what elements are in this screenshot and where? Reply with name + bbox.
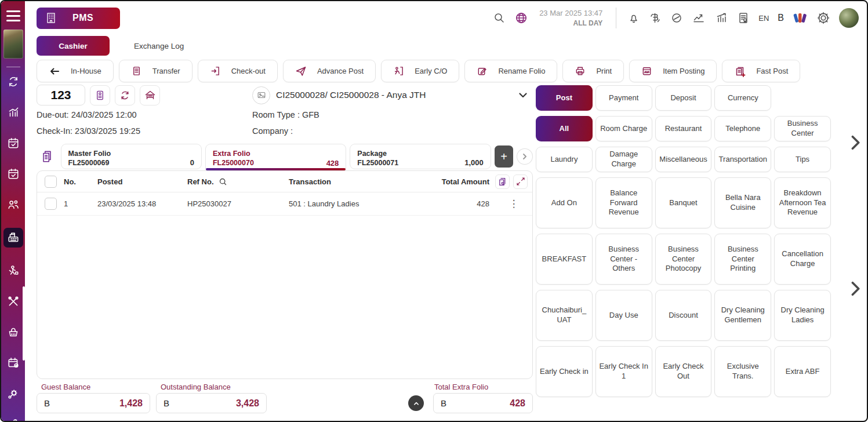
pms-home-button[interactable]: PMS	[37, 8, 120, 29]
folio-tab-extra[interactable]: Extra Folio FL25000070428	[205, 144, 346, 169]
room-status-button[interactable]	[140, 85, 160, 106]
category-button[interactable]: Miscellaneous	[655, 147, 712, 172]
posting-item[interactable]: Banquet	[655, 177, 712, 228]
collapse-panel-button[interactable]	[408, 395, 424, 411]
add-folio-button[interactable]: +	[495, 145, 514, 168]
language-label[interactable]: EN	[758, 14, 769, 23]
tab-exchange-log[interactable]: Exchange Log	[134, 42, 184, 50]
copy-search-button[interactable]	[495, 174, 510, 189]
posting-item[interactable]: Early Check Out	[655, 346, 712, 397]
check-out-button[interactable]: Check-out	[198, 60, 278, 82]
category-button[interactable]: Tips	[774, 147, 831, 172]
sidebar-item-guests[interactable]	[5, 197, 22, 212]
globe-icon[interactable]	[514, 11, 528, 25]
category-button[interactable]: Business Center	[774, 116, 831, 141]
guest-photo-icon[interactable]	[252, 86, 270, 104]
category-all-button[interactable]: All	[536, 116, 593, 141]
cell-ref-no: HP25030027	[187, 199, 289, 208]
mode-deposit-button[interactable]: Deposit	[655, 85, 712, 111]
in-house-button[interactable]: In-House	[37, 60, 114, 82]
category-button[interactable]: Room Charge	[595, 116, 652, 141]
folio-tab-package[interactable]: Package FL250000711,000	[350, 144, 491, 169]
folio-name: Master Folio	[68, 149, 194, 158]
posting-item[interactable]: Business Center - Others	[595, 234, 652, 285]
category-button[interactable]: Damage Charge	[595, 147, 652, 172]
posting-item[interactable]: Business Center Printing	[714, 234, 771, 285]
tab-cashier[interactable]: Cashier	[37, 36, 110, 56]
sidebar-item-statistics[interactable]	[5, 105, 22, 120]
guest-expand-chevron[interactable]	[513, 83, 533, 107]
report-icon[interactable]	[737, 12, 750, 24]
sidebar-item-sync[interactable]	[5, 74, 22, 89]
panel-next-page-bottom-button[interactable]	[847, 279, 863, 300]
baht-exchange-icon[interactable]	[649, 12, 662, 24]
posting-item[interactable]: Early Check in	[536, 346, 593, 397]
folio-tab-master[interactable]: Master Folio FL250000690	[61, 144, 202, 169]
theme-palette-icon[interactable]	[793, 11, 808, 25]
rename-folio-button[interactable]: Rename Folio	[464, 60, 557, 82]
posting-item[interactable]: Day Use	[595, 290, 652, 341]
posting-item[interactable]: Discount	[655, 290, 712, 341]
settings-gear-icon[interactable]	[816, 11, 830, 25]
notifications-bell-icon[interactable]	[627, 12, 640, 24]
table-row[interactable]: 1 23/03/2025 13:48 HP25030027 501 : Laun…	[37, 192, 532, 216]
hamburger-menu-icon[interactable]	[6, 10, 20, 21]
sidebar-item-integrations[interactable]	[5, 386, 22, 401]
advance-post-button[interactable]: Advance Post	[283, 60, 376, 82]
posting-item[interactable]: Chuchaiburi_UAT	[536, 290, 593, 341]
guest-info: 123 CI25000028/ CI25000028 - Anya JTH Du…	[37, 83, 533, 139]
fast-post-button[interactable]: Fast Post	[722, 60, 800, 82]
mode-currency-button[interactable]: Currency	[714, 85, 771, 111]
sidebar-item-packages[interactable]	[5, 325, 22, 340]
calendar-task-icon	[7, 356, 20, 369]
ref-search-icon[interactable]	[219, 177, 227, 186]
posting-item[interactable]: Early Check In 1	[595, 346, 652, 397]
select-all-checkbox[interactable]	[45, 176, 57, 188]
panel-next-page-top-button[interactable]	[847, 133, 863, 154]
early-co-button[interactable]: Early C/O	[381, 60, 459, 82]
row-menu-kebab-icon[interactable]: ⋮	[495, 198, 532, 210]
posting-item[interactable]: Extra ABF	[774, 346, 831, 397]
sidebar-item-maintenance[interactable]	[5, 417, 22, 422]
sidebar-item-tools[interactable]	[5, 294, 22, 309]
guest-balance-value: 1,428	[119, 398, 143, 409]
posting-item[interactable]: Cancellation Charge	[774, 234, 831, 285]
sidebar-item-calendar-1[interactable]	[5, 136, 22, 151]
tools-icon	[7, 295, 20, 308]
category-button[interactable]: Telephone	[714, 116, 771, 141]
category-button[interactable]: Laundry	[536, 147, 593, 172]
sidebar-item-housekeeping[interactable]	[5, 263, 22, 278]
search-icon[interactable]	[493, 12, 506, 24]
category-button[interactable]: Restaurant	[655, 116, 712, 141]
item-posting-button[interactable]: Item Posting	[629, 60, 717, 82]
print-button[interactable]: Print	[562, 60, 624, 82]
posting-item[interactable]: Add On	[536, 177, 593, 228]
expand-table-button[interactable]	[513, 174, 528, 189]
category-button[interactable]: Transportation	[714, 147, 771, 172]
line-chart-icon[interactable]	[692, 12, 706, 24]
transfer-button[interactable]: Transfer	[119, 60, 193, 82]
posting-item[interactable]: Breakdown Afternoon Tea Revenue	[774, 177, 831, 228]
row-checkbox[interactable]	[45, 198, 57, 210]
sidebar-item-cashier[interactable]	[3, 228, 23, 248]
user-avatar[interactable]	[839, 8, 859, 28]
posting-item[interactable]: Balance Forward Revenue	[595, 177, 652, 228]
mode-post-button[interactable]: Post	[536, 85, 593, 111]
registration-card-button[interactable]	[90, 85, 110, 106]
posting-item[interactable]: Dry Cleaning Ladies	[774, 290, 831, 341]
posting-item[interactable]: BREAKFAST	[536, 234, 593, 285]
sidebar-item-schedule[interactable]	[5, 355, 22, 370]
mode-payment-button[interactable]: Payment	[595, 85, 652, 111]
posting-item[interactable]: Bella Nara Cuisine	[714, 177, 771, 228]
posting-item[interactable]: Business Center Photocopy	[655, 234, 712, 285]
refresh-room-button[interactable]	[115, 85, 135, 106]
property-photo-thumbnail[interactable]	[3, 30, 23, 59]
stats-chart-icon[interactable]	[714, 12, 728, 24]
folio-documents-icon[interactable]	[37, 144, 57, 169]
folio-scroll-right-button[interactable]	[517, 148, 533, 165]
posting-item[interactable]: Exclusive Trans.	[714, 346, 771, 397]
sidebar-item-calendar-2[interactable]	[5, 166, 22, 181]
posting-item[interactable]: Dry Cleaning Gentlemen	[714, 290, 771, 341]
block-icon[interactable]	[670, 12, 683, 24]
currency-label[interactable]: B	[778, 13, 784, 23]
